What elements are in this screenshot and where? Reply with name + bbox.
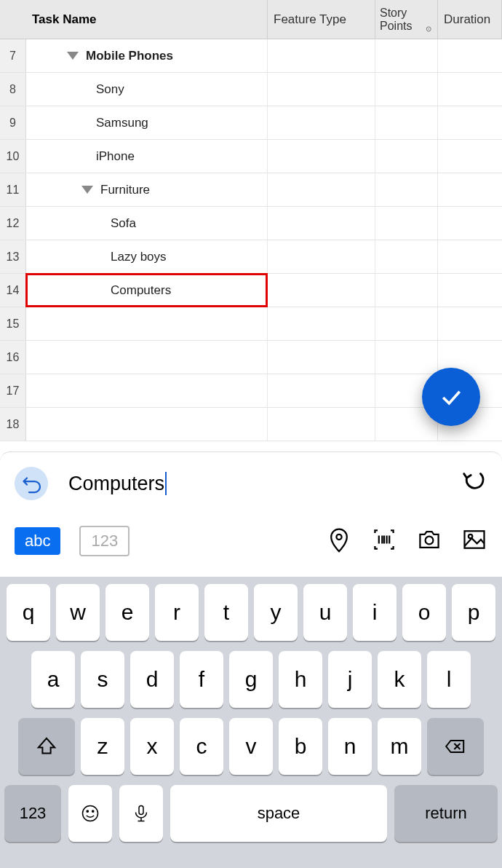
mode-123-button[interactable]: 123 bbox=[79, 526, 130, 556]
cell-story-points[interactable] bbox=[375, 39, 438, 72]
row-number[interactable]: 9 bbox=[0, 106, 26, 139]
key-backspace[interactable] bbox=[427, 718, 484, 775]
cell-story-points[interactable] bbox=[375, 140, 438, 173]
key-k[interactable]: k bbox=[378, 651, 421, 708]
row-number[interactable]: 10 bbox=[0, 140, 26, 173]
cell-task-name[interactable]: Mobile Phones bbox=[26, 39, 268, 72]
row-number[interactable]: 8 bbox=[0, 73, 26, 106]
row-number[interactable]: 12 bbox=[0, 207, 26, 240]
cell-feature-type[interactable] bbox=[268, 173, 375, 206]
cell-story-points[interactable] bbox=[375, 173, 438, 206]
row-number[interactable]: 14 bbox=[0, 274, 26, 307]
cell-feature-type[interactable] bbox=[268, 140, 375, 173]
cell-feature-type[interactable] bbox=[268, 408, 375, 441]
key-q[interactable]: q bbox=[7, 584, 50, 641]
table-row[interactable]: 12Sofa bbox=[0, 207, 502, 240]
key-s[interactable]: s bbox=[81, 651, 124, 708]
cell-duration[interactable] bbox=[438, 274, 502, 307]
cell-task-name[interactable] bbox=[26, 341, 268, 374]
key-x[interactable]: x bbox=[130, 718, 174, 775]
cell-feature-type[interactable] bbox=[268, 274, 375, 307]
cell-story-points[interactable] bbox=[375, 307, 438, 340]
key-t[interactable]: t bbox=[204, 584, 248, 641]
key-r[interactable]: r bbox=[155, 584, 199, 641]
cell-feature-type[interactable] bbox=[268, 73, 375, 106]
table-row[interactable]: 11Furniture bbox=[0, 173, 502, 207]
table-row[interactable]: 16 bbox=[0, 341, 502, 374]
row-number[interactable]: 11 bbox=[0, 173, 26, 206]
key-b[interactable]: b bbox=[279, 718, 322, 775]
cell-task-name[interactable]: Samsung bbox=[26, 106, 268, 139]
collapse-triangle-icon[interactable] bbox=[67, 52, 79, 60]
key-e[interactable]: e bbox=[105, 584, 149, 641]
cell-duration[interactable] bbox=[438, 207, 502, 240]
cell-task-name[interactable] bbox=[26, 374, 268, 407]
cell-feature-type[interactable] bbox=[268, 240, 375, 273]
cell-feature-type[interactable] bbox=[268, 374, 375, 407]
key-m[interactable]: m bbox=[378, 718, 421, 775]
cell-duration[interactable] bbox=[438, 173, 502, 206]
table-row[interactable]: 14Computers bbox=[0, 274, 502, 307]
cell-feature-type[interactable] bbox=[268, 307, 375, 340]
cell-task-name[interactable]: iPhone bbox=[26, 140, 268, 173]
cell-task-name[interactable]: Sony bbox=[26, 73, 268, 106]
cell-story-points[interactable] bbox=[375, 73, 438, 106]
cell-story-points[interactable] bbox=[375, 274, 438, 307]
key-i[interactable]: i bbox=[353, 584, 397, 641]
cell-feature-type[interactable] bbox=[268, 106, 375, 139]
table-row[interactable]: 7Mobile Phones bbox=[0, 39, 502, 73]
key-z[interactable]: z bbox=[81, 718, 124, 775]
key-j[interactable]: j bbox=[328, 651, 372, 708]
row-number[interactable]: 17 bbox=[0, 374, 26, 407]
undo-button[interactable] bbox=[15, 467, 48, 500]
cell-task-name[interactable] bbox=[26, 307, 268, 340]
column-header-task[interactable]: Task Name bbox=[26, 0, 268, 39]
row-number[interactable]: 18 bbox=[0, 408, 26, 441]
column-options-icon[interactable]: ⊙ bbox=[426, 25, 431, 33]
key-p[interactable]: p bbox=[452, 584, 495, 641]
key-return[interactable]: return bbox=[394, 785, 498, 842]
key-space[interactable]: space bbox=[170, 785, 387, 842]
cell-duration[interactable] bbox=[438, 106, 502, 139]
image-button[interactable] bbox=[461, 526, 487, 556]
key-o[interactable]: o bbox=[402, 584, 446, 641]
cell-task-name[interactable]: Furniture bbox=[26, 173, 268, 206]
cell-duration[interactable] bbox=[438, 73, 502, 106]
enter-button[interactable] bbox=[460, 468, 487, 499]
cell-duration[interactable] bbox=[438, 140, 502, 173]
cell-duration[interactable] bbox=[438, 307, 502, 340]
key-c[interactable]: c bbox=[180, 718, 223, 775]
table-row[interactable]: 10iPhone bbox=[0, 140, 502, 173]
cell-feature-type[interactable] bbox=[268, 341, 375, 374]
key-a[interactable]: a bbox=[31, 651, 75, 708]
row-number[interactable]: 7 bbox=[0, 39, 26, 72]
key-numeric-toggle[interactable]: 123 bbox=[4, 785, 61, 842]
cell-task-name[interactable] bbox=[26, 408, 268, 441]
cell-feature-type[interactable] bbox=[268, 207, 375, 240]
table-row[interactable]: 8Sony bbox=[0, 73, 502, 106]
table-row[interactable]: 13Lazy boys bbox=[0, 240, 502, 274]
collapse-triangle-icon[interactable] bbox=[81, 186, 93, 194]
mode-abc-button[interactable]: abc bbox=[15, 527, 60, 555]
column-header-story-points[interactable]: Story Points ⊙ bbox=[375, 0, 438, 39]
cell-task-name[interactable]: Lazy boys bbox=[26, 240, 268, 273]
key-l[interactable]: l bbox=[427, 651, 471, 708]
key-g[interactable]: g bbox=[229, 651, 273, 708]
key-emoji[interactable] bbox=[68, 785, 112, 842]
key-d[interactable]: d bbox=[130, 651, 174, 708]
key-n[interactable]: n bbox=[328, 718, 372, 775]
row-number[interactable]: 16 bbox=[0, 341, 26, 374]
row-number[interactable]: 15 bbox=[0, 307, 26, 340]
cell-duration[interactable] bbox=[438, 39, 502, 72]
barcode-button[interactable] bbox=[371, 526, 397, 556]
cell-story-points[interactable] bbox=[375, 240, 438, 273]
key-f[interactable]: f bbox=[180, 651, 223, 708]
cell-task-name[interactable]: Sofa bbox=[26, 207, 268, 240]
cell-story-points[interactable] bbox=[375, 207, 438, 240]
text-input[interactable]: Computers bbox=[68, 472, 460, 495]
column-header-feature[interactable]: Feature Type bbox=[268, 0, 375, 39]
table-row[interactable]: 15 bbox=[0, 307, 502, 341]
cell-story-points[interactable] bbox=[375, 341, 438, 374]
location-button[interactable] bbox=[326, 526, 352, 556]
table-row[interactable]: 9Samsung bbox=[0, 106, 502, 140]
